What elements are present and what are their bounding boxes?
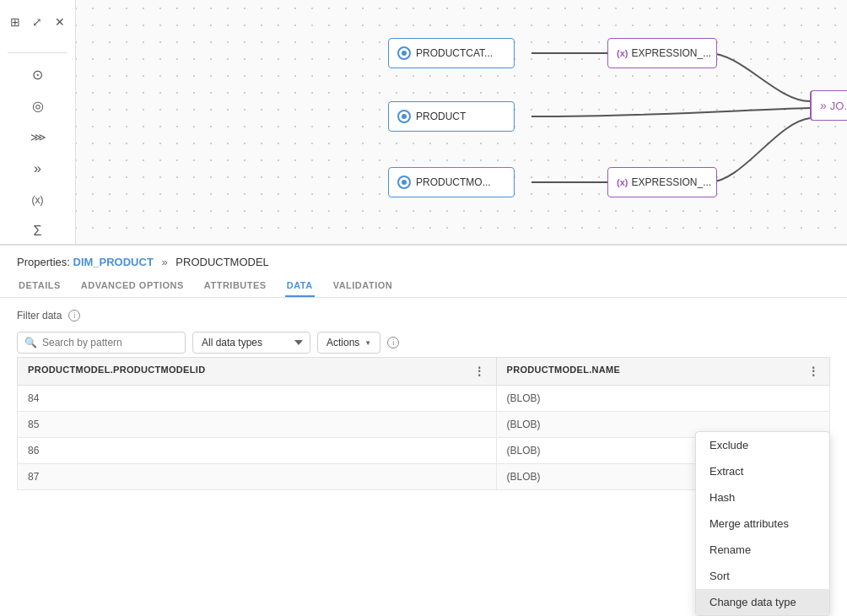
node-product[interactable]: PRODUCT <box>388 101 515 132</box>
node-label-expr1: EXPRESSION_... <box>631 47 711 59</box>
actions-label: Actions <box>326 337 359 349</box>
actions-dropdown-arrow: ▼ <box>364 339 371 347</box>
tab-attributes[interactable]: ATTRIBUTES <box>202 275 268 297</box>
aggregate-tool[interactable]: Σ <box>17 219 59 245</box>
menu-item-rename[interactable]: Rename <box>696 537 829 563</box>
node-expression-2[interactable]: (x) EXPRESSION_... <box>607 167 717 197</box>
node-label-join: JO... <box>830 100 847 112</box>
tab-validation[interactable]: VALIDATION <box>332 275 395 297</box>
menu-item-sort[interactable]: Sort <box>696 563 829 589</box>
tab-data[interactable]: DATA <box>285 275 315 297</box>
controls-row: 🔍 All data types Actions ▼ i <box>17 332 830 354</box>
data-type-select[interactable]: All data types <box>192 332 310 354</box>
node-label-productcat: PRODUCTCAT... <box>416 47 493 59</box>
col-menu-btn-1[interactable]: ⋮ <box>473 365 485 378</box>
panel-tabs: DETAILS ADVANCED OPTIONS ATTRIBUTES DATA… <box>0 268 847 298</box>
search-icon: 🔍 <box>24 337 37 349</box>
node-join[interactable]: » JO... <box>810 90 847 121</box>
tab-advanced-options[interactable]: ADVANCED OPTIONS <box>79 275 186 297</box>
menu-item-extract[interactable]: Extract <box>696 458 829 484</box>
panel-header: Properties: DIM_PRODUCT » PRODUCTMODEL <box>0 246 847 268</box>
node-productmo[interactable]: PRODUCTMO... <box>388 167 515 197</box>
menu-item-change-data-type[interactable]: Change data type <box>696 589 829 615</box>
table-row: 84 (BLOB) <box>18 386 830 412</box>
source-icon-3 <box>397 176 411 189</box>
close-icon[interactable]: ✕ <box>51 10 68 34</box>
target-tool[interactable]: ⊙ <box>17 62 59 88</box>
cell-id-2: 85 <box>18 412 497 438</box>
concentric-tool[interactable]: ◎ <box>17 93 59 119</box>
breadcrumb-main[interactable]: DIM_PRODUCT <box>73 256 154 268</box>
cell-name-1: (BLOB) <box>496 386 829 412</box>
tab-details[interactable]: DETAILS <box>17 275 62 297</box>
join-icon: » <box>820 99 827 112</box>
node-label-product: PRODUCT <box>416 111 466 122</box>
expr-icon-2: (x) <box>617 177 628 187</box>
actions-info-icon[interactable]: i <box>387 337 399 349</box>
cell-id-4: 87 <box>18 464 497 490</box>
menu-item-hash[interactable]: Hash <box>696 484 829 511</box>
menu-item-merge-attributes[interactable]: Merge attributes <box>696 511 829 537</box>
col-header-productmodelid: PRODUCTMODEL.PRODUCTMODELID ⋮ <box>18 358 497 386</box>
filter-info-icon[interactable]: i <box>68 310 80 322</box>
toolbar-divider <box>8 52 67 53</box>
actions-button[interactable]: Actions ▼ <box>317 332 380 354</box>
filter-row: Filter data i <box>17 310 830 322</box>
flow-tool[interactable]: » <box>17 155 59 181</box>
panel-icon[interactable]: ⊞ <box>7 10 24 34</box>
source-icon-2 <box>397 110 411 123</box>
menu-item-exclude[interactable]: Exclude <box>696 432 829 458</box>
toolbar-top-icons: ⊞ ⤢ ✕ <box>0 7 75 37</box>
node-label-productmo: PRODUCTMO... <box>416 176 491 188</box>
breadcrumb-sep: » <box>161 256 167 268</box>
cell-id-3: 86 <box>18 438 497 464</box>
dropdown-menu: Exclude Extract Hash Merge attributes Re… <box>695 431 830 616</box>
node-expression-1[interactable]: (x) EXPRESSION_... <box>607 38 717 68</box>
search-input[interactable] <box>42 337 178 349</box>
col-header-label-1: PRODUCTMODEL.PRODUCTMODELID <box>28 365 205 375</box>
breadcrumb-current: PRODUCTMODEL <box>175 256 269 268</box>
source-icon-1 <box>397 46 411 60</box>
expand-icon[interactable]: ⤢ <box>29 10 46 34</box>
filter-label: Filter data <box>17 310 62 322</box>
expression-tool[interactable]: (x) <box>17 187 59 213</box>
node-productcat[interactable]: PRODUCTCAT... <box>388 38 515 68</box>
filter-tool[interactable]: ⋙ <box>17 124 59 150</box>
left-toolbar: ⊞ ⤢ ✕ ⊙ ◎ ⋙ » (x) Σ <box>0 0 76 245</box>
col-header-name: PRODUCTMODEL.NAME ⋮ <box>496 358 829 386</box>
col-header-label-2: PRODUCTMODEL.NAME <box>507 365 621 375</box>
node-label-expr2: EXPRESSION_... <box>631 176 711 188</box>
properties-label: Properties: <box>17 256 70 268</box>
cell-id-1: 84 <box>18 386 497 412</box>
col-menu-btn-2[interactable]: ⋮ <box>807 365 819 378</box>
expr-icon-1: (x) <box>617 48 628 58</box>
table-header-row: PRODUCTMODEL.PRODUCTMODELID ⋮ PRODUCTMOD… <box>18 358 830 386</box>
properties-panel: Properties: DIM_PRODUCT » PRODUCTMODEL D… <box>0 245 847 616</box>
canvas-area: ⊞ ⤢ ✕ ⊙ ◎ ⋙ » (x) Σ PRODUCTCAT... (x) EX… <box>0 0 847 245</box>
search-box: 🔍 <box>17 332 186 354</box>
